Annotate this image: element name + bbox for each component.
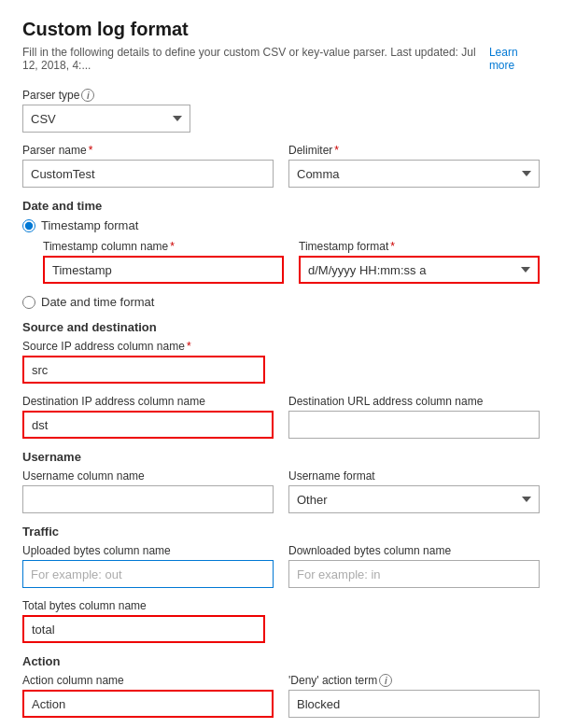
delimiter-select[interactable]: Comma Tab Pipe bbox=[288, 160, 540, 188]
parser-name-required: * bbox=[89, 144, 93, 157]
delimiter-label: Delimiter bbox=[288, 144, 332, 157]
username-format-label: Username format bbox=[288, 469, 375, 483]
parser-type-label: Parser type bbox=[22, 89, 79, 102]
timestamp-column-input[interactable] bbox=[43, 256, 284, 284]
total-bytes-label: Total bytes column name bbox=[22, 599, 147, 612]
uploaded-bytes-input[interactable] bbox=[22, 560, 274, 588]
parser-type-select[interactable]: CSV Key-value bbox=[22, 105, 190, 133]
date-time-section-title: Date and time bbox=[22, 199, 540, 213]
timestamp-format-label: Timestamp format bbox=[299, 240, 388, 253]
username-column-input[interactable] bbox=[22, 485, 274, 513]
source-ip-label: Source IP address column name bbox=[22, 340, 185, 353]
date-time-format-radio-label[interactable]: Date and time format bbox=[41, 295, 154, 309]
parser-type-info-icon: i bbox=[81, 89, 94, 102]
deny-action-info-icon: i bbox=[379, 674, 392, 687]
dest-ip-label: Destination IP address column name bbox=[22, 395, 205, 408]
subtitle-text: Fill in the following details to define … bbox=[22, 46, 485, 72]
parser-name-input[interactable] bbox=[22, 160, 274, 188]
dest-ip-input[interactable] bbox=[22, 411, 274, 439]
timestamp-column-label: Timestamp column name bbox=[43, 240, 168, 253]
timestamp-format-radio[interactable] bbox=[22, 219, 35, 232]
username-format-select[interactable]: Other UPN SAM DN bbox=[288, 485, 540, 513]
uploaded-bytes-label: Uploaded bytes column name bbox=[22, 544, 171, 557]
action-column-label: Action column name bbox=[22, 674, 124, 687]
timestamp-format-select[interactable]: d/M/yyyy HH:mm:ss a MM/dd/yyyy HH:mm:ss … bbox=[299, 256, 540, 284]
source-dest-section-title: Source and destination bbox=[22, 320, 540, 334]
timestamp-column-required: * bbox=[170, 240, 175, 253]
page-title: Custom log format bbox=[22, 19, 540, 40]
learn-more-link[interactable]: Learn more bbox=[489, 46, 540, 72]
action-section-title: Action bbox=[22, 654, 540, 668]
username-section-title: Username bbox=[22, 450, 540, 464]
timestamp-format-required: * bbox=[390, 240, 395, 253]
source-ip-required: * bbox=[187, 340, 191, 353]
downloaded-bytes-label: Downloaded bytes column name bbox=[288, 544, 451, 557]
parser-name-label: Parser name bbox=[22, 144, 87, 157]
downloaded-bytes-input[interactable] bbox=[288, 560, 540, 588]
traffic-section-title: Traffic bbox=[22, 525, 540, 539]
dest-url-input[interactable] bbox=[288, 411, 540, 439]
action-column-input[interactable] bbox=[22, 690, 274, 718]
username-column-label: Username column name bbox=[22, 469, 145, 483]
total-bytes-input[interactable] bbox=[22, 615, 265, 643]
dest-url-label: Destination URL address column name bbox=[288, 395, 483, 408]
deny-action-input[interactable] bbox=[288, 690, 540, 718]
timestamp-format-radio-label[interactable]: Timestamp format bbox=[41, 218, 138, 232]
date-time-format-radio[interactable] bbox=[22, 296, 35, 309]
source-ip-input[interactable] bbox=[22, 356, 265, 384]
delimiter-required: * bbox=[334, 144, 339, 157]
deny-action-label: 'Deny' action term bbox=[288, 674, 377, 687]
